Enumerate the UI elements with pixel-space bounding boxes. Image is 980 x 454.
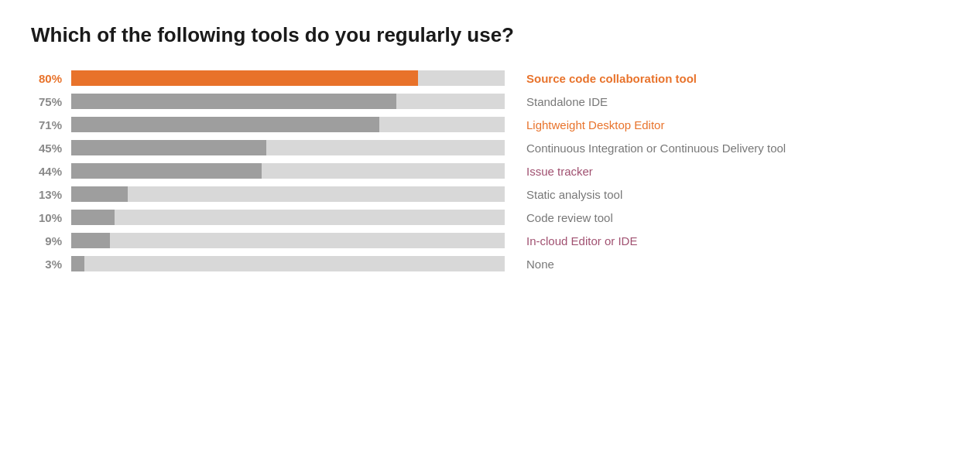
chart-area: 80%Source code collaboration tool75%Stan… — [31, 70, 949, 279]
bar-row: 10%Code review tool — [31, 210, 949, 225]
pct-label: 10% — [31, 211, 71, 224]
tool-label: Source code collaboration tool — [505, 72, 697, 85]
pct-label: 13% — [31, 188, 71, 201]
bar-fill — [71, 163, 262, 179]
bar-row: 80%Source code collaboration tool — [31, 70, 949, 86]
bar-track — [71, 210, 505, 225]
tool-label: Static analysis tool — [505, 188, 622, 201]
bar-fill — [71, 256, 84, 271]
bar-fill — [71, 117, 379, 132]
tool-label: None — [505, 258, 554, 271]
tool-label: Code review tool — [505, 211, 613, 224]
pct-label: 45% — [31, 142, 71, 155]
bar-row: 13%Static analysis tool — [31, 186, 949, 202]
bar-fill — [71, 70, 418, 86]
tool-label: Lightweight Desktop Editor — [505, 118, 664, 131]
bar-row: 9%In-cloud Editor or IDE — [31, 233, 949, 248]
tool-label: Issue tracker — [505, 165, 593, 178]
bar-track — [71, 163, 505, 179]
bar-track — [71, 117, 505, 132]
bar-track — [71, 256, 505, 271]
pct-label: 80% — [31, 72, 71, 85]
bar-row: 3%None — [31, 256, 949, 271]
tool-label: In-cloud Editor or IDE — [505, 234, 637, 247]
bar-fill — [71, 210, 115, 225]
bar-fill — [71, 233, 110, 248]
pct-label: 71% — [31, 118, 71, 131]
bar-track — [71, 94, 505, 109]
page-title: Which of the following tools do you regu… — [31, 23, 949, 47]
bar-track — [71, 233, 505, 248]
bar-row: 44%Issue tracker — [31, 163, 949, 179]
bar-track — [71, 70, 505, 86]
tool-label: Standalone IDE — [505, 95, 608, 108]
pct-label: 75% — [31, 95, 71, 108]
pct-label: 44% — [31, 165, 71, 178]
bar-row: 45%Continuous Integration or Continuous … — [31, 140, 949, 155]
bar-fill — [71, 186, 128, 202]
pct-label: 9% — [31, 234, 71, 247]
bar-track — [71, 186, 505, 202]
bar-track — [71, 140, 505, 155]
bar-row: 75%Standalone IDE — [31, 94, 949, 109]
pct-label: 3% — [31, 258, 71, 271]
bar-row: 71%Lightweight Desktop Editor — [31, 117, 949, 132]
bar-fill — [71, 140, 266, 155]
bar-fill — [71, 94, 396, 109]
tool-label: Continuous Integration or Continuous Del… — [505, 142, 786, 155]
